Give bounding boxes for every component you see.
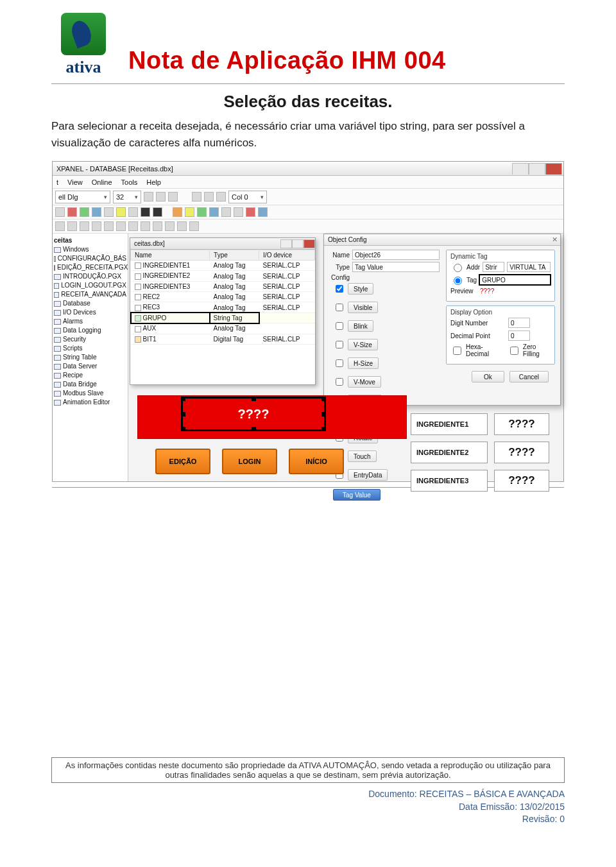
- shape-icon[interactable]: [189, 221, 199, 231]
- hmi-button-login[interactable]: LOGIN: [222, 449, 277, 474]
- maximize-button[interactable]: [529, 163, 545, 175]
- underline-icon[interactable]: [168, 192, 178, 202]
- tool-icon[interactable]: [67, 207, 77, 217]
- tree-item-label[interactable]: Alarms: [63, 317, 83, 326]
- decimal-field[interactable]: 0: [508, 330, 530, 341]
- tree-item-label[interactable]: String Table: [63, 353, 97, 362]
- tree-item-label[interactable]: INTRODUÇÃO.PGX: [63, 272, 121, 281]
- tool-icon[interactable]: [246, 207, 255, 217]
- style-checkbox[interactable]: [336, 285, 343, 293]
- tool-icon[interactable]: [153, 207, 162, 217]
- align-right-icon[interactable]: [216, 192, 226, 202]
- column-combo[interactable]: Col 0: [228, 191, 267, 203]
- minimize-button[interactable]: [512, 163, 529, 175]
- shape-icon[interactable]: [55, 221, 65, 231]
- tree-item-label[interactable]: CONFIGURAÇÃO_BÁS: [58, 254, 126, 263]
- tool-icon[interactable]: [209, 207, 219, 217]
- hmi-button-inicio[interactable]: INÍCIO: [289, 449, 344, 474]
- resize-handle[interactable]: [321, 397, 326, 401]
- digit-field[interactable]: 0: [508, 318, 530, 328]
- type-field[interactable]: Tag Value: [352, 262, 440, 272]
- tree-item-label[interactable]: I/O Devices: [63, 308, 96, 317]
- table-row[interactable]: BIT1Digital TagSERIAL.CLP: [131, 334, 315, 344]
- tool-icon[interactable]: [128, 207, 138, 217]
- touch-button[interactable]: Touch: [348, 451, 377, 462]
- menu-item[interactable]: Tools: [121, 178, 138, 186]
- menu-item[interactable]: Help: [146, 178, 161, 186]
- hmi-button-edicao[interactable]: EDIÇÃO: [155, 449, 210, 474]
- tagvalue-button[interactable]: Tag Value: [333, 489, 381, 501]
- col-io[interactable]: I/O device: [259, 250, 315, 261]
- addr-type-field[interactable]: Strir: [483, 262, 504, 272]
- tree-item-label[interactable]: Security: [63, 335, 86, 344]
- tool-icon[interactable]: [80, 207, 89, 217]
- tree-root[interactable]: ceitas: [54, 236, 126, 245]
- minimize-icon[interactable]: [280, 239, 292, 248]
- vmove-checkbox[interactable]: [336, 378, 343, 386]
- close-button[interactable]: [545, 163, 562, 175]
- tag-radio[interactable]: [454, 277, 462, 285]
- ingredient-value[interactable]: ????: [494, 413, 549, 435]
- shape-icon[interactable]: [104, 221, 114, 231]
- tree-item-label[interactable]: Scripts: [63, 344, 83, 353]
- italic-icon[interactable]: [156, 192, 166, 202]
- shape-icon[interactable]: [116, 221, 126, 231]
- vmove-button[interactable]: V-Move: [348, 376, 381, 388]
- bold-icon[interactable]: [144, 192, 153, 202]
- menu-item[interactable]: Online: [92, 178, 112, 186]
- tool-icon[interactable]: [116, 207, 126, 217]
- shape-icon[interactable]: [80, 221, 89, 231]
- resize-handle[interactable]: [252, 397, 256, 401]
- resize-handle[interactable]: [181, 412, 185, 416]
- name-field[interactable]: Object26: [352, 250, 440, 260]
- shape-icon[interactable]: [165, 221, 175, 231]
- tool-icon[interactable]: [104, 207, 114, 217]
- table-row[interactable]: INGREDIENTE2Analog TagSERIAL.CLP: [131, 271, 315, 281]
- table-row[interactable]: INGREDIENTE3Analog TagSERIAL.CLP: [131, 281, 315, 291]
- tree-item-label[interactable]: Animation Editor: [63, 398, 110, 407]
- font-name-combo[interactable]: ell Dlg: [55, 191, 110, 203]
- tool-icon[interactable]: [258, 207, 268, 217]
- blink-checkbox[interactable]: [336, 322, 343, 330]
- selected-tagvalue-object[interactable]: ????: [183, 399, 324, 429]
- project-tree[interactable]: ceitas Windows CONFIGURAÇÃO_BÁS EDIÇÃO_R…: [53, 234, 128, 481]
- tree-item-label[interactable]: LOGIN_LOGOUT.PGX: [61, 281, 126, 290]
- blink-button[interactable]: Blink: [348, 320, 373, 332]
- tree-item-label[interactable]: Data Logging: [63, 326, 101, 335]
- menu-item[interactable]: View: [67, 178, 83, 186]
- cancel-button[interactable]: Cancel: [509, 371, 549, 382]
- resize-handle[interactable]: [181, 427, 185, 431]
- hsize-checkbox[interactable]: [336, 359, 343, 367]
- tool-icon[interactable]: [221, 207, 231, 217]
- visible-button[interactable]: Visible: [348, 302, 378, 313]
- tool-icon[interactable]: [234, 207, 243, 217]
- shape-icon[interactable]: [92, 221, 101, 231]
- shape-icon[interactable]: [177, 221, 187, 231]
- ingredient-value[interactable]: ????: [494, 470, 549, 492]
- resize-handle[interactable]: [181, 397, 185, 401]
- table-row[interactable]: INGREDIENTE1Analog TagSERIAL.CLP: [131, 261, 315, 271]
- entry-button[interactable]: EntryData: [348, 469, 388, 481]
- tree-item-label[interactable]: Data Server: [63, 362, 97, 371]
- tree-item-label[interactable]: Windows: [63, 245, 89, 254]
- tree-item-label[interactable]: RECEITA_AVANÇADA: [61, 290, 126, 299]
- style-button[interactable]: Style: [348, 283, 373, 295]
- align-left-icon[interactable]: [192, 192, 201, 202]
- tool-icon[interactable]: [92, 207, 101, 217]
- vsize-button[interactable]: V-Size: [348, 339, 378, 350]
- hsize-button[interactable]: H-Size: [348, 357, 379, 369]
- close-icon[interactable]: [304, 239, 315, 248]
- tool-icon[interactable]: [141, 207, 150, 217]
- addr-value-field[interactable]: VIRTUAL TA: [507, 262, 551, 272]
- visible-checkbox[interactable]: [336, 304, 343, 311]
- tag-value-field[interactable]: GRUPO: [479, 275, 551, 285]
- align-center-icon[interactable]: [204, 192, 214, 202]
- table-row[interactable]: AUXAnalog Tag: [131, 323, 315, 334]
- tree-item-label[interactable]: Modbus Slave: [63, 389, 103, 398]
- hex-checkbox[interactable]: [453, 347, 461, 355]
- shape-icon[interactable]: [128, 221, 138, 231]
- tool-icon[interactable]: [197, 207, 207, 217]
- menu-item[interactable]: t: [56, 178, 58, 186]
- shape-icon[interactable]: [67, 221, 77, 231]
- tree-item-label[interactable]: EDIÇÃO_RECEITA.PGX: [57, 263, 128, 272]
